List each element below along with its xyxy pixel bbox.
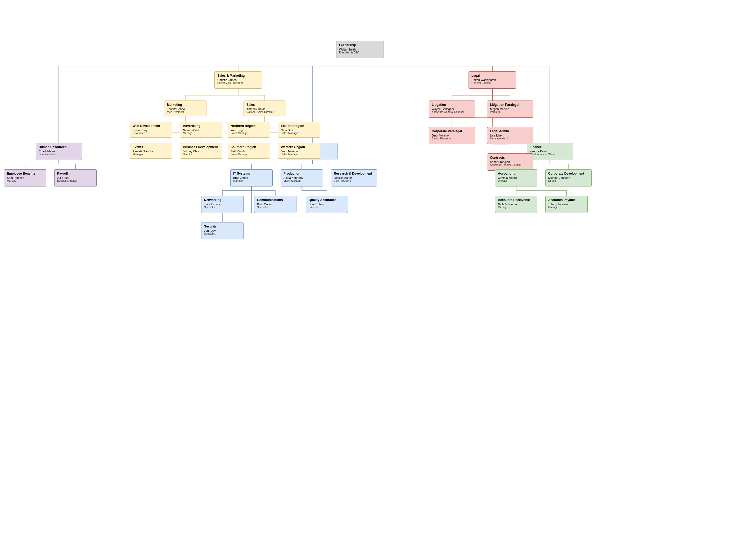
node-name-eastern_region: Gina Smith xyxy=(281,129,317,132)
node-southern_region: Southern RegionSeth BoothSales Manager xyxy=(228,143,270,159)
node-role-sales_marketing: Senior Vice President xyxy=(217,81,259,84)
node-title-human_resources: Human Resources xyxy=(38,145,79,149)
node-title-accounts_receivable: Accounts Receivable xyxy=(498,198,535,202)
node-role-sales: National Sales Director xyxy=(247,111,283,113)
node-title-leadership: Leadership xyxy=(339,44,381,47)
node-role-security: Specialist xyxy=(204,232,241,235)
node-role-corporate_development: Director xyxy=(548,179,589,182)
node-role-eastern_region: Sales Manager xyxy=(281,132,317,135)
node-title-production: Production xyxy=(283,172,320,176)
node-role-employee_benefits: Manager xyxy=(7,179,44,182)
node-name-leadership: Walter Smith xyxy=(339,48,381,51)
node-northern_region: Northern RegionYas TungSales Manager xyxy=(228,122,270,138)
node-role-corporate_paralegal: Senior Paralegal xyxy=(432,137,472,140)
node-title-legal_admin: Legal Admin xyxy=(490,129,531,133)
node-role-litigation: Associate General Counsel xyxy=(432,111,472,113)
node-legal: LegalDalton WashingtonGeneral Counsel xyxy=(468,72,516,89)
node-finance: FinanceKendra PerezChief Financial Offic… xyxy=(527,143,573,160)
node-name-corporate_paralegal: Juan Moreno xyxy=(432,134,472,137)
node-name-legal_admin: Lisa Libel xyxy=(490,134,531,137)
node-title-eastern_region: Eastern Region xyxy=(281,124,317,128)
node-title-legal: Legal xyxy=(471,74,513,78)
node-role-communications: Specialist xyxy=(257,206,293,209)
node-name-communications: Brad Cohen xyxy=(257,203,293,206)
node-name-contracts: Samir Frangieh xyxy=(490,160,531,163)
node-quality_assurance: Quality AssuranceBoat CohenDirector xyxy=(306,196,348,213)
node-title-northern_region: Northern Region xyxy=(231,124,267,128)
node-accounts_payable: Accounts PayableTiffany JohnstonManager xyxy=(545,196,588,213)
node-marketing: MarketingJennifer ZhaoVice President xyxy=(164,101,206,116)
node-name-corporate_development: Michael Johnson xyxy=(548,176,589,179)
node-role-accounts_receivable: Manager xyxy=(498,206,535,209)
node-title-sales: Sales xyxy=(247,103,283,107)
node-name-accounts_payable: Tiffany Johnston xyxy=(548,203,585,206)
node-title-advertising: Advertising xyxy=(183,124,220,128)
node-name-security: John Jay xyxy=(204,229,241,232)
node-security: SecurityJohn JaySpecialist xyxy=(201,222,243,239)
node-role-events: Manager xyxy=(133,153,169,156)
node-name-it_systems: Brad Jones xyxy=(233,176,270,179)
node-role-quality_assurance: Director xyxy=(309,206,345,209)
node-title-contracts: Contracts xyxy=(490,156,531,160)
node-sales_marketing: Sales & MarketingChristie JamesSenior Vi… xyxy=(214,72,262,89)
org-chart: LeadershipWalter SmithPresident & CEOSal… xyxy=(0,0,747,560)
node-corporate_development: Corporate DevelopmentMichael JohnsonDire… xyxy=(545,169,592,186)
node-role-it_systems: Manager xyxy=(233,179,270,182)
node-role-finance: Chief Financial Officer xyxy=(530,153,570,156)
node-name-payroll: Julie Tsai xyxy=(57,176,94,179)
node-accounting: AccountingCynthia MooreDirector xyxy=(495,169,537,186)
node-corporate_paralegal: Corporate ParalegalJuan MorenoSenior Par… xyxy=(429,127,475,144)
node-title-litigation_paralegal: Litigation Paralegal xyxy=(490,103,531,107)
node-name-legal: Dalton Washington xyxy=(471,78,513,81)
node-communications: CommunicationsBrad CohenSpecialist xyxy=(254,196,297,213)
node-title-communications: Communications xyxy=(257,198,293,202)
node-web_development: Web DevelopmentKevin PerryDeveloper xyxy=(130,122,172,138)
node-advertising: AdvertisingNicole WyattManager xyxy=(180,122,222,138)
node-research_development: Research & DevelopmentJessica BakerVice … xyxy=(331,169,377,186)
node-role-web_development: Developer xyxy=(133,132,169,135)
node-role-accounts_payable: Manager xyxy=(548,206,585,209)
node-name-advertising: Nicole Wyatt xyxy=(183,129,220,132)
node-title-accounting: Accounting xyxy=(498,172,535,176)
node-name-litigation: Wayne Gallagher xyxy=(432,107,472,111)
node-role-western_region: Sales Manager xyxy=(281,153,317,156)
node-name-human_resources: Chad Adams xyxy=(38,150,79,153)
node-role-research_development: Vice President xyxy=(334,179,374,182)
node-name-sales_marketing: Christie James xyxy=(217,78,259,81)
node-eastern_region: Eastern RegionGina SmithSales Manager xyxy=(278,122,320,138)
node-human_resources: Human ResourcesChad AdamsVice President xyxy=(36,143,82,160)
node-role-leadership: President & CEO xyxy=(339,51,381,54)
node-role-northern_region: Sales Manager xyxy=(231,132,267,135)
node-name-marketing: Jennifer Zhao xyxy=(167,107,204,111)
node-name-western_region: Juan Moreno xyxy=(281,150,317,153)
node-title-business_development: Business Development xyxy=(183,145,220,149)
node-role-marketing: Vice President xyxy=(167,111,204,113)
node-contracts: ContractsSamir FrangiehAssistant General… xyxy=(487,154,533,170)
node-title-research_development: Research & Development xyxy=(334,172,374,176)
node-role-legal: General Counsel xyxy=(471,81,513,84)
node-role-advertising: Manager xyxy=(183,132,220,135)
node-title-corporate_paralegal: Corporate Paralegal xyxy=(432,129,472,133)
node-leadership: LeadershipWalter SmithPresident & CEO xyxy=(336,41,384,58)
node-name-web_development: Kevin Perry xyxy=(133,129,169,132)
node-business_development: Business DevelopmentJohnny ClayDirector xyxy=(180,143,222,159)
node-title-employee_benefits: Employee Benefits xyxy=(7,172,44,176)
node-sales: SalesAnthony DavisNational Sales Directo… xyxy=(243,101,286,116)
node-title-events: Events xyxy=(133,145,169,149)
node-name-southern_region: Seth Booth xyxy=(231,150,267,153)
node-role-human_resources: Vice President xyxy=(38,153,79,156)
node-role-payroll: Business Analyst xyxy=(57,179,94,182)
node-title-finance: Finance xyxy=(530,145,570,149)
node-role-southern_region: Sales Manager xyxy=(231,153,267,156)
node-title-quality_assurance: Quality Assurance xyxy=(309,198,345,202)
node-name-litigation_paralegal: Megan Medina xyxy=(490,107,531,111)
node-title-corporate_development: Corporate Development xyxy=(548,172,589,176)
node-litigation: LitigationWayne GallagherAssociate Gener… xyxy=(429,101,475,118)
node-role-contracts: Assistant General Counsel xyxy=(490,163,531,166)
node-title-web_development: Web Development xyxy=(133,124,169,128)
node-name-research_development: Jessica Baker xyxy=(334,176,374,179)
node-name-employee_benefits: Sam Paulson xyxy=(7,176,44,179)
node-name-accounts_receivable: Nichole Hinton xyxy=(498,203,535,206)
node-title-sales_marketing: Sales & Marketing xyxy=(217,74,259,78)
node-litigation_paralegal: Litigation ParalegalMegan MedinaParalega… xyxy=(487,101,533,118)
